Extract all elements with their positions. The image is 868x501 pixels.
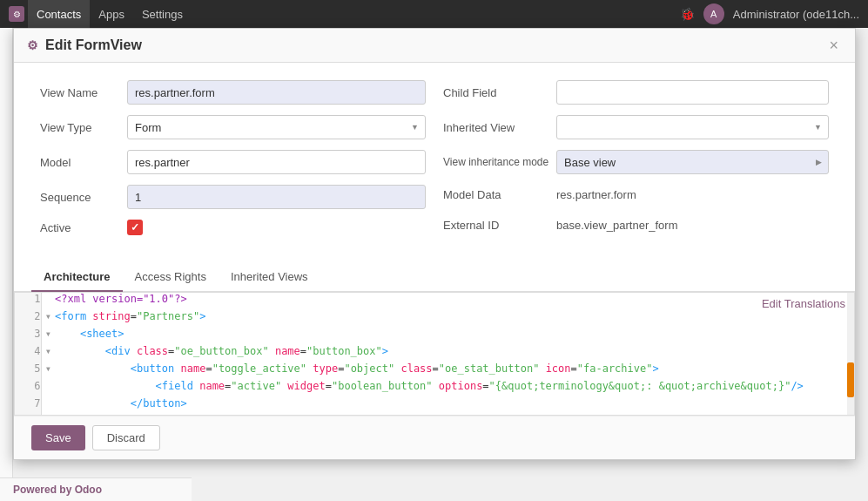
modal-body: View Name View Type Form Model xyxy=(14,63,855,263)
nav-contacts[interactable]: Contacts xyxy=(28,0,90,28)
modal-title: ⚙ Edit FormView xyxy=(27,37,142,53)
inherited-view-select-wrapper xyxy=(556,115,829,139)
view-inheritance-row: View inheritance mode Base view xyxy=(443,150,829,174)
model-data-value: res.partner.form xyxy=(556,185,636,205)
code-content-4: <div class="oe_button_box" name="button_… xyxy=(55,345,854,362)
child-field-input[interactable] xyxy=(556,80,829,105)
line-num-6: 6 xyxy=(15,380,41,397)
model-data-label: Model Data xyxy=(443,188,556,201)
code-content-5: <button name="toggle_active" type="objec… xyxy=(55,362,854,380)
code-line-7: 7 </button> xyxy=(15,397,854,415)
powered-by-brand: Odoo xyxy=(75,484,102,496)
nav-settings[interactable]: Settings xyxy=(133,0,192,28)
modal-header: ⚙ Edit FormView × xyxy=(14,29,855,63)
code-line-4: 4 ▾ <div class="oe_button_box" name="but… xyxy=(15,345,854,362)
line-arrow-3[interactable]: ▾ xyxy=(41,328,55,345)
model-label: Model xyxy=(40,156,127,169)
code-content-2: <form string="Partners"> xyxy=(55,310,854,328)
code-content-3: <sheet> xyxy=(55,328,854,345)
code-line-5: 5 ▾ <button name="toggle_active" type="o… xyxy=(15,362,854,380)
view-type-select-wrapper: Form xyxy=(127,115,426,139)
line-num-7: 7 xyxy=(15,397,41,415)
nav-apps[interactable]: Apps xyxy=(90,0,133,28)
nav-links: Contacts Apps Settings xyxy=(28,0,192,28)
code-content-6: <field name="active" widget="boolean_but… xyxy=(55,380,854,397)
line-arrow-4[interactable]: ▾ xyxy=(41,345,55,362)
brand-icon: ⚙ xyxy=(9,6,24,22)
code-line-2: 2 ▾ <form string="Partners"> xyxy=(15,310,854,328)
view-type-select[interactable]: Form xyxy=(127,115,426,139)
view-inheritance-select-wrapper: Base view xyxy=(556,150,829,174)
modal-close-button[interactable]: × xyxy=(825,37,842,53)
line-num-2: 2 xyxy=(15,310,41,328)
code-line-3: 3 ▾ <sheet> xyxy=(15,328,854,345)
view-inheritance-select[interactable]: Base view xyxy=(556,150,829,174)
debug-icon[interactable]: 🐞 xyxy=(680,7,695,21)
model-row: Model xyxy=(40,150,426,174)
inherited-view-select[interactable] xyxy=(556,115,829,139)
powered-by: Powered by Odoo xyxy=(0,477,192,501)
code-scrollbar-thumb[interactable] xyxy=(847,362,854,397)
model-data-row: Model Data res.partner.form xyxy=(443,185,829,205)
code-scrollbar[interactable] xyxy=(847,293,854,415)
view-type-label: View Type xyxy=(40,121,127,134)
discard-button[interactable]: Discard xyxy=(92,425,160,450)
code-line-1: 1 <?xml version="1.0"?> xyxy=(15,293,854,310)
tabs-bar: Architecture Access Rights Inherited Vie… xyxy=(14,263,855,292)
inherited-view-label: Inherited View xyxy=(443,121,556,134)
line-num-5: 5 xyxy=(15,362,41,380)
user-avatar: A xyxy=(703,3,724,24)
external-id-value: base.view_partner_form xyxy=(556,215,677,235)
user-label[interactable]: Administrator (ode11ch... xyxy=(733,8,859,21)
line-num-4: 4 xyxy=(15,345,41,362)
line-arrow-1 xyxy=(41,293,55,310)
line-num-1: 1 xyxy=(15,293,41,310)
tab-access-rights[interactable]: Access Rights xyxy=(123,263,219,292)
line-num-3: 3 xyxy=(15,328,41,345)
check-mark-icon: ✓ xyxy=(131,221,139,234)
code-editor-area: Edit Translations 1 <?xml version="1.0"?… xyxy=(14,292,855,416)
modal-title-text: Edit FormView xyxy=(45,37,142,53)
line-arrow-6 xyxy=(41,380,55,397)
modal-footer: Save Discard xyxy=(14,416,855,459)
powered-by-prefix: Powered by xyxy=(13,484,75,496)
view-name-label: View Name xyxy=(40,86,127,99)
active-row: Active ✓ xyxy=(40,220,426,235)
active-checkbox[interactable]: ✓ xyxy=(127,220,143,235)
sequence-label: Sequence xyxy=(40,191,127,204)
navbar: ⚙ Contacts Apps Settings 🐞 A Administrat… xyxy=(0,0,868,28)
sequence-input[interactable] xyxy=(127,185,426,209)
line-arrow-2[interactable]: ▾ xyxy=(41,310,55,328)
view-name-input[interactable] xyxy=(127,80,426,105)
edit-translations-button[interactable]: Edit Translations xyxy=(762,297,845,310)
child-field-label: Child Field xyxy=(443,86,556,99)
edit-formview-modal: ⚙ Edit FormView × View Name View Type Fo… xyxy=(13,28,856,460)
line-arrow-7 xyxy=(41,397,55,415)
view-inheritance-label: View inheritance mode xyxy=(443,156,556,168)
sequence-row: Sequence xyxy=(40,185,426,209)
view-name-row: View Name xyxy=(40,80,426,105)
form-left-section: View Name View Type Form Model xyxy=(31,80,434,246)
sidebar xyxy=(0,28,13,501)
code-table: 1 <?xml version="1.0"?> 2 ▾ <form string… xyxy=(15,293,854,415)
external-id-row: External ID base.view_partner_form xyxy=(443,215,829,235)
active-label: Active xyxy=(40,221,127,234)
navbar-right: 🐞 A Administrator (ode11ch... xyxy=(680,3,859,24)
view-type-row: View Type Form xyxy=(40,115,426,139)
form-right-section: Child Field Inherited View View inherita… xyxy=(434,80,838,246)
external-id-label: External ID xyxy=(443,219,556,232)
modal-title-icon: ⚙ xyxy=(27,38,38,52)
code-content-1: <?xml version="1.0"?> xyxy=(55,293,854,310)
child-field-row: Child Field xyxy=(443,80,829,105)
inherited-view-row: Inherited View xyxy=(443,115,829,139)
app-brand: ⚙ xyxy=(9,6,24,22)
form-grid: View Name View Type Form Model xyxy=(31,80,838,246)
line-arrow-5[interactable]: ▾ xyxy=(41,362,55,380)
tab-architecture[interactable]: Architecture xyxy=(31,263,123,292)
code-line-6: 6 <field name="active" widget="boolean_b… xyxy=(15,380,854,397)
save-button[interactable]: Save xyxy=(31,425,85,450)
code-content-7: </button> xyxy=(55,397,854,415)
model-input[interactable] xyxy=(127,150,426,174)
tab-inherited-views[interactable]: Inherited Views xyxy=(219,263,320,292)
